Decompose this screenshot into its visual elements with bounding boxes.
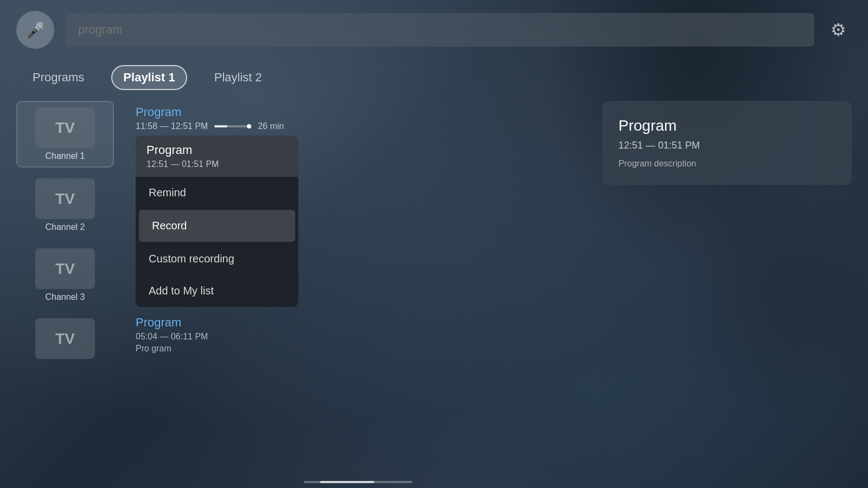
mic-button[interactable]: 🎤 — [16, 11, 54, 49]
channel-2-logo: TV — [35, 178, 95, 219]
channel-3-logo: TV — [35, 248, 95, 289]
channel-item-1[interactable]: TV Channel 1 — [16, 101, 114, 168]
header: 🎤 ⚙ — [0, 0, 868, 60]
bottom-program-subtitle: Pro gram — [136, 344, 580, 354]
channel-item-3[interactable]: TV Channel 3 — [16, 243, 114, 307]
detail-title: Program — [618, 117, 835, 134]
scroll-thumb — [320, 481, 374, 483]
detail-time: 12:51 — 01:51 PM — [618, 140, 835, 151]
progress-dot — [247, 124, 251, 129]
current-program-header: Program 11:58 — 12:51 PM 26 min — [136, 101, 580, 136]
scroll-indicator — [304, 481, 412, 483]
current-program-duration: 26 min — [258, 121, 284, 131]
program-list: Program 11:58 — 12:51 PM 26 min Prog — [125, 101, 591, 488]
bottom-program-title: Program — [136, 316, 580, 330]
progress-bar — [214, 125, 247, 127]
channel-3-name: Channel 3 — [46, 292, 85, 302]
progress-bar-container — [214, 124, 251, 129]
mic-icon: 🎤 — [26, 21, 45, 39]
progress-fill — [214, 125, 227, 127]
settings-icon: ⚙ — [831, 20, 846, 40]
channel-4-logo: TV — [35, 318, 95, 359]
current-program-title: Program — [136, 105, 580, 119]
channel-sidebar: TV Channel 1 TV Channel 2 TV Channel 3 T… — [16, 101, 125, 488]
channel-1-name: Channel 1 — [46, 151, 85, 161]
selected-program-box[interactable]: Program 12:51 — 01:51 PM — [136, 136, 298, 177]
context-menu-wrapper: Program 12:51 — 01:51 PM Remind Record C… — [136, 136, 298, 307]
remind-menu-item[interactable]: Remind — [136, 177, 298, 209]
right-panel: Program 12:51 — 01:51 PM Program descrip… — [591, 101, 868, 488]
nav-tabs: Programs Playlist 1 Playlist 2 — [0, 60, 868, 101]
channel-item-2[interactable]: TV Channel 2 — [16, 173, 114, 237]
channel-2-name: Channel 2 — [46, 222, 85, 232]
current-program-time: 11:58 — 12:51 PM — [136, 121, 208, 131]
bottom-program: Program 05:04 — 06:11 PM Pro gram — [136, 316, 580, 354]
search-input[interactable] — [65, 13, 814, 47]
selected-program-title: Program — [146, 143, 288, 157]
tab-playlist2[interactable]: Playlist 2 — [203, 66, 273, 89]
add-to-mylist-menu-item[interactable]: Add to My list — [136, 275, 298, 307]
program-detail-card: Program 12:51 — 01:51 PM Program descrip… — [602, 101, 852, 185]
channel-1-logo: TV — [35, 107, 95, 148]
detail-description: Program description — [618, 159, 835, 169]
selected-program-time: 12:51 — 01:51 PM — [146, 159, 288, 169]
main-content: TV Channel 1 TV Channel 2 TV Channel 3 T… — [0, 101, 868, 488]
current-program-time-row: 11:58 — 12:51 PM 26 min — [136, 121, 580, 131]
tab-playlist1[interactable]: Playlist 1 — [111, 65, 187, 90]
settings-button[interactable]: ⚙ — [825, 14, 852, 46]
bottom-program-time: 05:04 — 06:11 PM — [136, 332, 580, 342]
context-menu: Remind Record Custom recording Add to My… — [136, 177, 298, 307]
channel-item-4[interactable]: TV — [16, 313, 114, 364]
tab-programs[interactable]: Programs — [22, 66, 95, 89]
record-menu-item[interactable]: Record — [139, 210, 295, 242]
custom-recording-menu-item[interactable]: Custom recording — [136, 243, 298, 275]
